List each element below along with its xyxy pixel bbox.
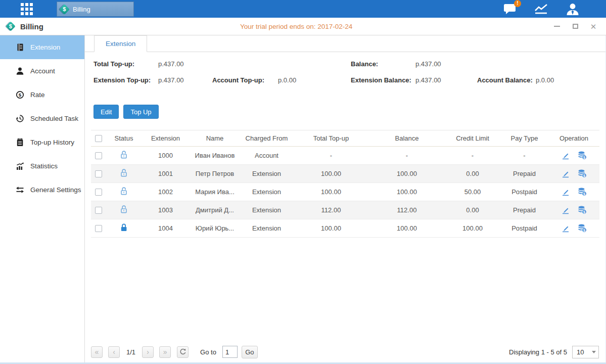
account-balance-value: p.0.00 <box>536 76 554 84</box>
first-page-button[interactable]: « <box>91 346 103 358</box>
cell-credit-limit: 0.00 <box>445 165 500 183</box>
edit-icon[interactable] <box>562 188 570 196</box>
notepad-icon <box>15 138 24 147</box>
account-topup-label: Account Top-up: <box>212 76 278 84</box>
status-lock-icon <box>120 150 128 159</box>
last-page-button[interactable]: » <box>159 346 171 358</box>
goto-page-input[interactable] <box>222 346 238 358</box>
edit-icon[interactable] <box>562 206 570 214</box>
cell-pay-type: Postpaid <box>500 219 548 238</box>
person-icon <box>15 67 24 75</box>
sidebar-item-extension[interactable]: Extension <box>0 35 84 59</box>
edit-icon[interactable] <box>562 169 570 178</box>
close-icon[interactable]: ✕ <box>590 23 597 30</box>
cell-charged-from: Extension <box>240 165 293 183</box>
window-title: Billing <box>20 22 43 31</box>
stats-chart-icon <box>15 162 24 170</box>
edit-button[interactable]: Edit <box>94 105 119 119</box>
cell-pay-type: Postpaid <box>500 183 548 201</box>
sidebar-item-rate[interactable]: $ Rate <box>0 83 84 107</box>
sidebar-item-general-settings[interactable]: General Settings <box>0 178 84 202</box>
cell-pay-type: - <box>500 147 548 165</box>
notification-badge: ! <box>514 0 521 7</box>
billing-diamond-icon: $ <box>6 21 16 31</box>
cell-charged-from: Account <box>240 147 293 165</box>
sidebar-item-scheduled-task[interactable]: Scheduled Task <box>0 107 84 130</box>
trial-notice: Your trial period ends on: 2017-02-24 <box>240 23 352 30</box>
ledger-icon <box>15 43 24 52</box>
cell-extension: 1000 <box>142 147 190 165</box>
chevron-down-icon <box>592 351 596 353</box>
tab-extension[interactable]: Extension <box>94 35 147 52</box>
history-clock-icon <box>15 114 24 123</box>
goto-label: Go to <box>200 348 216 356</box>
sidebar-item-label: Top-up History <box>30 139 74 146</box>
table-row: 1002 Мария Ива... Extension 100.00 100.0… <box>91 183 599 201</box>
prev-page-button[interactable]: ‹ <box>108 346 120 358</box>
topbar-tab-billing[interactable]: $ Billing <box>57 2 134 17</box>
cell-name: Петр Петров <box>190 165 240 183</box>
dollar-circle-icon: $ <box>15 90 24 99</box>
cell-total-topup: 112.00 <box>293 201 369 219</box>
transfer-arrows-icon <box>15 186 24 194</box>
chart-icon[interactable] <box>534 3 549 15</box>
table-header-row: Status Extension Name Charged From Total… <box>91 130 599 147</box>
balance-value: p.437.00 <box>415 60 441 68</box>
go-button[interactable]: Go <box>242 346 258 358</box>
sidebar-item-statistics[interactable]: Statistics <box>0 154 84 178</box>
cell-balance: 112.00 <box>369 201 445 219</box>
cell-pay-type: Prepaid <box>500 165 548 183</box>
cell-credit-limit: 50.00 <box>445 183 500 201</box>
row-checkbox[interactable] <box>95 189 102 196</box>
topup-icon[interactable]: $ <box>578 188 587 196</box>
table-row: 1003 Дмитрий Д... Extension 112.00 112.0… <box>91 201 599 219</box>
sidebar-item-label: Rate <box>30 91 45 99</box>
sidebar-item-topup-history[interactable]: Top-up History <box>0 130 84 154</box>
svg-text:$: $ <box>18 92 21 98</box>
cell-balance: - <box>369 147 445 165</box>
select-all-checkbox[interactable] <box>95 135 102 142</box>
col-header-total-topup: Total Top-up <box>293 130 369 147</box>
svg-text:$: $ <box>583 156 585 160</box>
sidebar-item-label: General Settings <box>30 186 81 194</box>
minimize-icon[interactable] <box>553 23 561 30</box>
cell-name: Иван Иванов <box>190 147 240 165</box>
next-page-button[interactable]: › <box>142 346 154 358</box>
edit-icon[interactable] <box>562 224 570 233</box>
row-checkbox[interactable] <box>95 207 102 214</box>
tabstrip: Extension <box>85 35 605 52</box>
col-header-operation: Operation <box>548 130 599 147</box>
cell-total-topup: - <box>293 147 369 165</box>
titlebar: $ Billing Your trial period ends on: 201… <box>0 18 606 35</box>
maximize-icon[interactable] <box>572 23 579 30</box>
sidebar-item-account[interactable]: Account <box>0 59 84 83</box>
svg-text:$: $ <box>583 210 585 214</box>
row-checkbox[interactable] <box>95 170 102 177</box>
cell-total-topup: 100.00 <box>293 165 369 183</box>
col-header-name: Name <box>190 130 240 147</box>
topup-icon[interactable]: $ <box>578 151 587 160</box>
refresh-button[interactable] <box>177 346 189 358</box>
cell-credit-limit: - <box>445 147 500 165</box>
row-checkbox[interactable] <box>95 225 102 232</box>
app-grid-icon[interactable] <box>19 2 34 17</box>
top-up-button[interactable]: Top Up <box>123 105 158 119</box>
topup-icon[interactable]: $ <box>578 206 587 214</box>
page-size-value: 10 <box>573 348 589 356</box>
displaying-text: Displaying 1 - 5 of 5 <box>509 348 567 356</box>
topup-icon[interactable]: $ <box>578 224 587 233</box>
cell-extension: 1004 <box>142 219 190 238</box>
edit-icon[interactable] <box>562 151 570 160</box>
row-checkbox[interactable] <box>95 152 102 159</box>
table-row: 1001 Петр Петров Extension 100.00 100.00… <box>91 165 599 183</box>
chat-icon[interactable]: ! <box>503 3 517 15</box>
topup-icon[interactable]: $ <box>578 169 587 178</box>
balance-label: Balance: <box>351 60 415 68</box>
page-size-select[interactable]: 10 <box>572 346 599 358</box>
user-icon[interactable] <box>566 3 580 16</box>
total-topup-value: p.437.00 <box>158 60 184 68</box>
cell-extension: 1002 <box>142 183 190 201</box>
topbar-tab-label: Billing <box>73 6 90 13</box>
page-indicator: 1/1 <box>126 348 135 356</box>
col-header-charged-from: Charged From <box>240 130 293 147</box>
